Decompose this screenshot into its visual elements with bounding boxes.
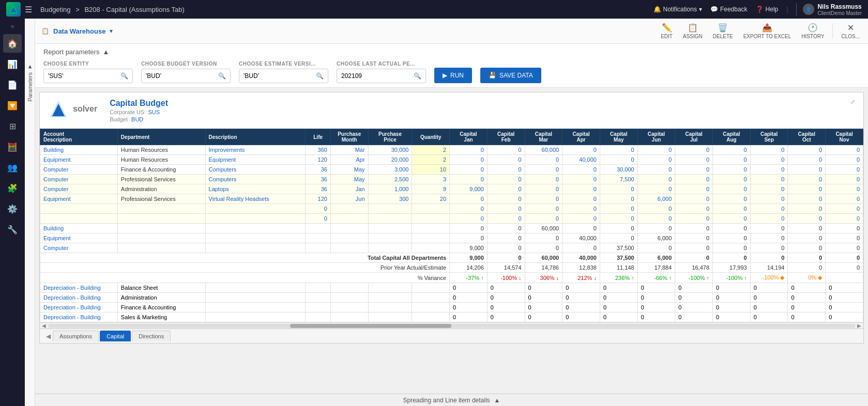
tab-directions[interactable]: Directions — [132, 331, 171, 341]
estimate-input[interactable] — [239, 69, 312, 83]
user-name: Nils Rassmuss — [817, 3, 862, 10]
data-grid: AccountDescription Department Descriptio… — [40, 129, 863, 322]
col-quantity: Quantity — [412, 129, 450, 145]
history-button[interactable]: 🕐 HISTORY — [797, 21, 828, 41]
tab-nav-left[interactable]: ◀ — [44, 333, 53, 340]
actual-search-button[interactable]: 🔍 — [409, 69, 425, 83]
scroll-thumb[interactable] — [290, 324, 451, 328]
table-row[interactable]: Equipment Human Resources Equipment 120 … — [40, 155, 863, 165]
report-meta-key-1: Corporate US — [110, 109, 144, 115]
sidebar-icon-filter[interactable]: 🔽 — [3, 96, 22, 115]
estimate-search-button[interactable]: 🔍 — [312, 69, 328, 83]
table-row[interactable]: Total Capital All Departments 9,000 0 60… — [40, 253, 863, 263]
solver-logo: solver — [48, 99, 97, 119]
bell-icon: 🔔 — [653, 6, 661, 13]
budget-search-button[interactable]: 🔍 — [214, 69, 230, 83]
sidebar-icon-documents[interactable]: 📄 — [3, 75, 22, 94]
run-button[interactable]: ▶ RUN — [434, 68, 472, 83]
breadcrumb-page: B208 - Capital (Assumptions Tab) — [84, 6, 184, 13]
col-capital-feb: CapitalFeb — [487, 129, 525, 145]
table-row[interactable]: Prior Year Actual/Estimate 14,206 14,574… — [40, 263, 863, 273]
close-button[interactable]: ✕ CLOS... — [837, 21, 864, 41]
budget-input[interactable] — [142, 69, 214, 83]
table-row[interactable]: Computer 9,000 0 0 0 37,500 0 0 0 0 0 0 — [40, 243, 863, 253]
assign-button[interactable]: 📋 ASSIGN — [679, 21, 707, 41]
estimate-input-wrap: 🔍 — [239, 69, 328, 83]
save-data-button[interactable]: 💾 SAVE DATA — [480, 68, 541, 83]
tab-capital[interactable]: Capital — [100, 331, 131, 341]
report-meta-val-2: BUD — [131, 116, 143, 122]
params-header[interactable]: Report parameters ▲ — [43, 48, 860, 56]
expand-icon[interactable]: ⤢ — [850, 99, 855, 105]
params-header-label: Report parameters — [43, 48, 99, 56]
assign-icon: 📋 — [688, 23, 698, 33]
col-description: Description — [205, 129, 306, 145]
table-row[interactable]: Equipment Professional Services Virtual … — [40, 194, 863, 204]
sidebar-icon-tools[interactable]: 🔧 — [3, 220, 22, 239]
history-icon: 🕐 — [808, 23, 818, 33]
delete-button[interactable]: 🗑️ DELETE — [709, 21, 737, 41]
solver-wordmark: solver — [73, 104, 97, 114]
horizontal-scrollbar[interactable]: ◀ ▶ — [40, 322, 863, 329]
grid-scroll-area[interactable]: AccountDescription Department Descriptio… — [40, 129, 863, 322]
sidebar-icon-people[interactable]: 👥 — [3, 158, 22, 177]
table-row[interactable]: Building Human Resources Improvements 36… — [40, 145, 863, 155]
table-row[interactable]: Building 0 0 60,000 0 0 0 0 0 0 0 0 — [40, 224, 863, 233]
breadcrumb: Budgeting > B208 - Capital (Assumptions … — [40, 6, 649, 13]
actual-param: CHOOSE LAST ACTUAL PE... 🔍 — [337, 61, 426, 83]
table-row[interactable]: Depreciation - Building Balance Sheet 0 … — [40, 283, 863, 293]
tab-assumptions[interactable]: Assumptions — [53, 331, 99, 341]
pencil-icon: ✏️ — [662, 23, 672, 33]
save-icon: 💾 — [489, 72, 496, 79]
sidebar-icon-grid[interactable]: ⊞ — [3, 117, 22, 135]
entity-input[interactable] — [44, 69, 116, 83]
table-row[interactable]: Equipment 0 0 0 40,000 0 6,000 0 0 0 0 0 — [40, 233, 863, 243]
sidebar-icon-home[interactable]: 🏠 — [3, 34, 22, 53]
top-nav: ☰ Budgeting > B208 - Capital (Assumption… — [0, 0, 868, 19]
export-button[interactable]: 📤 EXPORT TO EXCEL — [739, 21, 796, 41]
report-title: Capital Budget — [110, 99, 168, 108]
dw-chevron[interactable]: ▾ — [110, 27, 113, 35]
report-meta-2: Budget BUD — [110, 116, 168, 122]
sidebar-icon-blocks[interactable]: 🧩 — [3, 179, 22, 197]
sidebar-icon-calculator[interactable]: 🧮 — [3, 137, 22, 156]
scroll-left-arrow[interactable]: ◀ — [42, 323, 46, 329]
report-meta-key-2: Budget — [110, 116, 128, 122]
col-capital-aug: CapitalAug — [713, 129, 751, 145]
dw-icon: 📋 — [41, 27, 49, 35]
spreading-bar[interactable]: Spreading and Line item details ▲ — [35, 394, 868, 406]
table-row[interactable]: Computer Professional Services Computers… — [40, 175, 863, 184]
table-row[interactable]: 0 000 000 000 00 — [40, 204, 863, 214]
actual-input[interactable] — [337, 69, 409, 83]
entity-param: CHOOSE ENTITY 🔍 — [43, 61, 133, 83]
table-row[interactable]: Computer Administration Laptops 36 Jan 1… — [40, 184, 863, 194]
user-avatar: 👤 — [803, 4, 814, 15]
edit-button[interactable]: ✏️ EDIT — [657, 21, 677, 41]
sidebar-icon-settings[interactable]: ⚙️ — [3, 199, 22, 218]
table-row[interactable]: Depreciation - Building Finance & Accoun… — [40, 303, 863, 313]
table-row[interactable]: Depreciation - Building Sales & Marketin… — [40, 313, 863, 322]
entity-label: CHOOSE ENTITY — [43, 61, 133, 67]
hamburger-button[interactable]: ☰ — [25, 5, 32, 14]
sidebar-icon-reports[interactable]: 📊 — [3, 55, 22, 73]
table-row[interactable]: Depreciation - Building Administration 0… — [40, 293, 863, 303]
play-icon: ▶ — [443, 72, 447, 79]
notifications-link[interactable]: 🔔 Notifications ▾ — [653, 6, 702, 13]
params-panel: Report parameters ▲ CHOOSE ENTITY 🔍 CHOO… — [35, 44, 868, 88]
col-account: AccountDescription — [40, 129, 118, 145]
table-header-row: AccountDescription Department Descriptio… — [40, 129, 863, 145]
budget-input-wrap: 🔍 — [141, 69, 231, 83]
report-area[interactable]: solver Capital Budget Corporate US SUS B… — [35, 88, 868, 394]
report-meta-val-1: SUS — [148, 109, 160, 115]
feedback-link[interactable]: 💬 Feedback — [710, 6, 748, 13]
scroll-track[interactable] — [48, 324, 855, 328]
col-capital-jan: CapitalJan — [450, 129, 488, 145]
sidebar-collapse-button[interactable]: » — [11, 23, 14, 30]
table-row[interactable]: % Variance-37% ↑-100% ↓306% ↓212% ↓236% … — [40, 273, 863, 283]
entity-search-button[interactable]: 🔍 — [116, 69, 132, 83]
breadcrumb-sep: > — [75, 6, 80, 13]
help-link[interactable]: ❓ Help — [756, 6, 779, 13]
table-row[interactable]: Computer Finance & Accounting Computers … — [40, 165, 863, 175]
scroll-right-arrow[interactable]: ▶ — [857, 323, 861, 329]
table-row[interactable]: 0 000 000 000 00 — [40, 214, 863, 224]
